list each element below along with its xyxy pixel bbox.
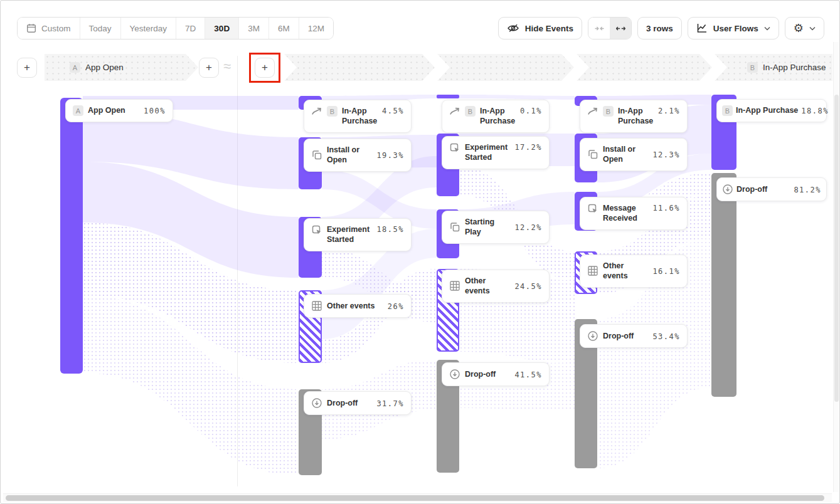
approx-symbol: ≈ [223, 58, 231, 75]
flow-bar-drop-off[interactable] [711, 173, 736, 397]
flow-node-experiment-started[interactable]: Experiment Started 17.2% [442, 136, 550, 169]
horizontal-scrollbar-thumb[interactable] [6, 495, 824, 501]
node-label: App Open [88, 105, 139, 115]
flow-node-drop-off[interactable]: Drop-off 53.4% [580, 324, 688, 348]
flow-node-message-received[interactable]: Message Received 11.6% [580, 197, 688, 230]
flow-node-other-events[interactable]: Other events 26% [304, 294, 412, 318]
flow-node-starting-play[interactable]: Starting Play 12.2% [442, 211, 550, 244]
arrow-down-circle-icon [587, 330, 598, 342]
stacked-squares-icon [449, 221, 460, 233]
flows-chart-icon [696, 23, 708, 34]
flow-node-other-events[interactable]: Other events 24.5% [442, 270, 550, 303]
node-label: Drop-off [603, 331, 648, 341]
step-header-in-app-purchase[interactable]: B In-App Purchase [715, 54, 832, 81]
node-percent: 12.2% [514, 223, 542, 232]
settings-menu-button[interactable]: ⚙ [785, 17, 824, 39]
flow-node-in-app-purchase[interactable]: B In-App Purchase 0.1% [442, 100, 550, 133]
user-flows-report: Custom Today Yesterday 7D 30D 3M 6M 12M … [0, 0, 840, 504]
node-percent: 17.2% [514, 143, 542, 152]
node-label: Drop-off [327, 398, 372, 408]
node-percent: 41.5% [514, 370, 542, 379]
vertical-scrollbar[interactable] [833, 42, 839, 492]
flow-node-app-open[interactable]: A App Open 100% [65, 99, 173, 122]
flow-bar-in-app-purchase[interactable] [437, 95, 459, 98]
eye-off-icon [507, 23, 519, 33]
grid-icon [449, 280, 460, 291]
event-badge-b: B [465, 106, 476, 117]
node-label: In-App Purchase [342, 106, 378, 127]
node-label: In-App Purchase [618, 106, 654, 127]
flow-node-drop-off[interactable]: Drop-off 31.7% [304, 391, 412, 415]
date-range-3m[interactable]: 3M [239, 18, 269, 39]
cursor-click-icon [311, 224, 322, 236]
node-label: Drop-off [736, 184, 790, 194]
spacing-toggle [588, 17, 632, 39]
date-range-7d[interactable]: 7D [176, 18, 205, 39]
event-badge-a: A [73, 105, 83, 116]
event-badge-b: B [722, 105, 733, 116]
date-range-today[interactable]: Today [80, 18, 121, 39]
date-range-6m[interactable]: 6M [269, 18, 299, 39]
flow-node-in-app-purchase[interactable]: B In-App Purchase 4.5% [304, 100, 412, 133]
add-step-start-button[interactable]: + [17, 58, 37, 78]
goal-arrow-icon [311, 106, 322, 117]
flow-bar-app-open[interactable] [60, 98, 83, 374]
step-header-label: App Open [85, 63, 124, 72]
node-percent: 24.5% [514, 282, 542, 291]
view-selector[interactable]: User Flows [688, 17, 779, 39]
goal-arrow-icon [587, 106, 598, 117]
horizontal-scrollbar[interactable] [3, 493, 832, 502]
date-range-custom[interactable]: Custom [18, 18, 80, 39]
node-percent: 100% [144, 107, 166, 115]
flow-node-install-or-open[interactable]: Install or Open 12.3% [580, 138, 688, 171]
hide-events-label: Hide Events [525, 24, 573, 33]
node-label: Other events [603, 261, 648, 281]
step-header-label: In-App Purchase [763, 63, 826, 72]
node-label: Message Received [603, 203, 648, 224]
flow-node-drop-off[interactable]: Drop-off 41.5% [442, 362, 550, 386]
view-selector-label: User Flows [713, 24, 758, 33]
event-badge-b: B [603, 106, 614, 117]
arrow-down-circle-icon [722, 184, 733, 195]
node-percent: 19.3% [376, 151, 404, 160]
node-percent: 12.3% [652, 150, 680, 159]
flow-node-in-app-purchase[interactable]: B In-App Purchase 2.1% [580, 100, 688, 133]
add-step-after-a-button[interactable]: + [199, 58, 219, 78]
stacked-squares-icon [311, 149, 322, 160]
node-percent: 31.7% [376, 399, 404, 408]
flow-node-install-or-open[interactable]: Install or Open 19.3% [304, 139, 412, 172]
step-header-empty-2 [437, 54, 574, 81]
node-label: In-App Purchase [480, 106, 516, 127]
expand-columns-button[interactable] [610, 18, 631, 39]
column-divider [237, 56, 238, 486]
toolbar-right: Hide Events 3 rows User Flows [498, 17, 824, 39]
flow-node-drop-off[interactable]: Drop-off 81.2% [716, 177, 827, 201]
flow-node-experiment-started[interactable]: Experiment Started 18.5% [304, 218, 412, 251]
node-label: Drop-off [465, 369, 510, 379]
step-header-empty-3 [577, 54, 712, 81]
date-range-12m[interactable]: 12M [299, 18, 333, 39]
node-label: Other events [465, 276, 510, 297]
step-header-app-open[interactable]: A App Open [45, 54, 198, 81]
grid-icon [587, 265, 598, 276]
node-percent: 81.2% [794, 186, 821, 194]
vertical-scrollbar-thumb[interactable] [834, 95, 839, 402]
date-range-30d[interactable]: 30D [205, 18, 239, 39]
node-percent: 26% [388, 302, 404, 311]
node-percent: 0.1% [520, 107, 542, 115]
arrow-down-circle-icon [311, 397, 322, 409]
gear-icon: ⚙ [794, 23, 804, 34]
flow-node-other-events[interactable]: Other events 16.1% [580, 255, 688, 288]
add-step-middle-button[interactable]: + [255, 58, 275, 78]
cursor-click-icon [449, 142, 460, 154]
node-percent: 11.6% [652, 204, 680, 213]
node-label: Other events [327, 301, 383, 311]
step-header-empty-1 [284, 54, 435, 81]
node-label: Starting Play [465, 217, 510, 238]
rows-button[interactable]: 3 rows [637, 17, 682, 39]
flow-node-in-app-purchase[interactable]: B In-App Purchase 18.8% [716, 99, 827, 122]
collapse-columns-button[interactable] [588, 18, 610, 39]
date-range-yesterday[interactable]: Yesterday [121, 18, 177, 39]
hide-events-button[interactable]: Hide Events [498, 17, 582, 39]
node-percent: 16.1% [652, 267, 680, 276]
